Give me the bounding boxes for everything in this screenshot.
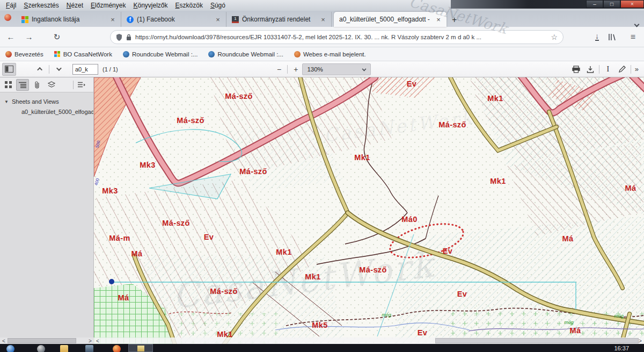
more-tools-button[interactable]: » [633, 65, 641, 73]
sidebar-toggle-button[interactable] [2, 63, 16, 76]
menu-view[interactable]: Nézet [63, 1, 87, 10]
next-page-button[interactable] [51, 63, 65, 76]
zone-label: Ev [204, 233, 214, 241]
close-button[interactable]: × [620, 0, 644, 8]
zone-label: Ev [457, 290, 467, 298]
attachments-view-icon[interactable] [31, 79, 43, 91]
tab-close-icon[interactable]: × [109, 16, 116, 24]
url-field[interactable]: https://ornyt.hu/download/3978/resources… [110, 30, 564, 44]
start-button-icon[interactable] [6, 345, 14, 352]
firefox-logo-icon [4, 14, 11, 21]
scroll-left-icon[interactable]: < [0, 338, 8, 344]
tree-root-sheets-and-views[interactable]: ▼ Sheets and Views [0, 97, 94, 106]
bookmark-star-icon[interactable]: ☆ [551, 33, 558, 41]
downloads-icon[interactable]: ↓ [595, 33, 599, 41]
library-icon[interactable] [608, 33, 616, 41]
zone-label: Ev [443, 247, 453, 255]
bookmark-bevezetes[interactable]: Bevezetés [5, 51, 43, 58]
firefox-taskbar-icon[interactable] [113, 345, 121, 352]
page-number-input[interactable] [72, 64, 98, 75]
windows-grid-icon [21, 16, 28, 23]
menu-file[interactable]: Fájl [2, 1, 20, 10]
zoning-map[interactable]: CasaNetWork CasaNetWork [94, 77, 644, 344]
scroll-left-icon[interactable]: < [94, 338, 101, 344]
menu-bookmarks[interactable]: Könyvjelzők [129, 1, 171, 10]
previous-page-button[interactable] [33, 63, 47, 76]
shield-icon [116, 34, 122, 41]
tab-list-chevron-icon[interactable] [635, 19, 640, 24]
decree-favicon: 1 [232, 16, 239, 23]
tab-pdf-active[interactable]: a0_külterület_5000_elfogadott - Elf × [334, 12, 447, 27]
zoom-out-button[interactable]: − [273, 65, 286, 74]
maximize-button[interactable]: □ [603, 0, 620, 8]
zone-label: Ev [418, 328, 428, 337]
tab-facebook[interactable]: f (1) Facebook × [121, 12, 226, 27]
facebook-icon: f [127, 16, 134, 23]
tab-close-icon[interactable]: × [435, 16, 442, 24]
bookmark-label: BO CasaNetWork [63, 51, 112, 58]
windows-taskbar: 16:37 [0, 344, 644, 352]
menu-history[interactable]: Előzmények [87, 1, 129, 10]
zoom-level-value: 130% [307, 66, 323, 73]
zone-label: Má [562, 234, 574, 243]
roundcube-icon [123, 51, 129, 58]
back-button[interactable]: ← [3, 30, 18, 44]
save-button[interactable] [583, 63, 597, 76]
zone-label: Má0 [401, 215, 417, 224]
scroll-right-icon[interactable]: > [86, 338, 94, 344]
tab-close-icon[interactable]: × [214, 16, 222, 24]
zone-label: Má [118, 293, 129, 302]
bookmark-roundcube-1[interactable]: Roundcube Webmail :... [123, 51, 198, 58]
green-note-label: még [382, 312, 391, 318]
tab-close-icon[interactable]: × [319, 16, 327, 24]
taskbar-app-icon[interactable] [85, 345, 93, 352]
tab-ingatlanok[interactable]: Ingatlanok listája × [16, 12, 121, 27]
zone-label: Mk5 [312, 321, 327, 329]
bookmarks-bar: Bevezetés BO CasaNetWork Roundcube Webma… [0, 47, 644, 61]
minimize-button[interactable]: – [586, 0, 603, 8]
outline-view-icon[interactable] [16, 79, 29, 91]
scroll-right-icon[interactable]: > [636, 338, 644, 344]
forward-button[interactable]: → [21, 30, 36, 44]
zoom-level-select[interactable]: 130% [302, 63, 371, 75]
file-explorer-icon[interactable] [60, 345, 68, 352]
tab-strip: Ingatlanok listája × f (1) Facebook × 1 … [0, 11, 644, 27]
active-app-button[interactable] [128, 344, 153, 352]
zone-label: Mk1 [354, 153, 370, 162]
bookmark-casanetwork[interactable]: BO CasaNetWork [54, 51, 112, 58]
thumbnails-view-icon[interactable] [2, 79, 14, 91]
tree-item-a0-sheet[interactable]: a0_külterület_5000_elfogad [0, 106, 94, 117]
menu-edit[interactable]: Szerkesztés [20, 1, 62, 10]
bookmark-roundcube-2[interactable]: Roundcube Webmail :... [208, 51, 283, 58]
zoom-in-button[interactable]: + [289, 65, 302, 74]
tab-label: Ingatlanok listája [32, 16, 106, 23]
reload-button[interactable]: ↻ [49, 30, 64, 44]
zone-label: Má-sző [210, 287, 238, 296]
freetext-tool-button[interactable]: I [601, 63, 615, 76]
print-button[interactable] [569, 63, 583, 76]
menu-tools[interactable]: Eszközök [172, 1, 207, 10]
zone-label: Mk3 [102, 186, 118, 195]
active-app-icon [137, 346, 144, 351]
sidebar-horizontal-scrollbar[interactable]: < > [0, 337, 94, 344]
bookmark-webmail[interactable]: Webes e-mail bejelent. [294, 51, 366, 58]
tab-rendelet[interactable]: 1 Önkormányzati rendelet × [226, 12, 332, 27]
tree-expander-icon[interactable]: ▼ [4, 99, 9, 104]
scrollbar-thumb[interactable] [435, 338, 639, 343]
taskbar-app-icon[interactable] [37, 345, 45, 352]
menu-help[interactable]: Súgó [207, 1, 229, 10]
url-text: https://ornyt.hu/download/3978/resources… [135, 34, 547, 40]
new-tab-button[interactable]: + [447, 15, 462, 27]
main-horizontal-scrollbar[interactable]: < > [94, 337, 644, 344]
scrollbar-thumb[interactable] [8, 338, 76, 343]
pdf-page: CasaNetWork CasaNetWork [94, 77, 644, 344]
pdf-sidebar: ▼ Sheets and Views a0_külterület_5000_el… [0, 77, 94, 344]
hamburger-menu-icon[interactable]: ≡ [631, 32, 635, 42]
bookmark-label: Bevezetés [14, 51, 43, 58]
roundcube-icon [208, 51, 215, 58]
layers-view-icon[interactable] [45, 79, 58, 91]
zone-label: Má [131, 249, 143, 258]
zone-label: Má-sző [177, 116, 204, 125]
draw-tool-button[interactable] [615, 63, 629, 76]
current-outline-item-icon[interactable] [75, 79, 88, 91]
